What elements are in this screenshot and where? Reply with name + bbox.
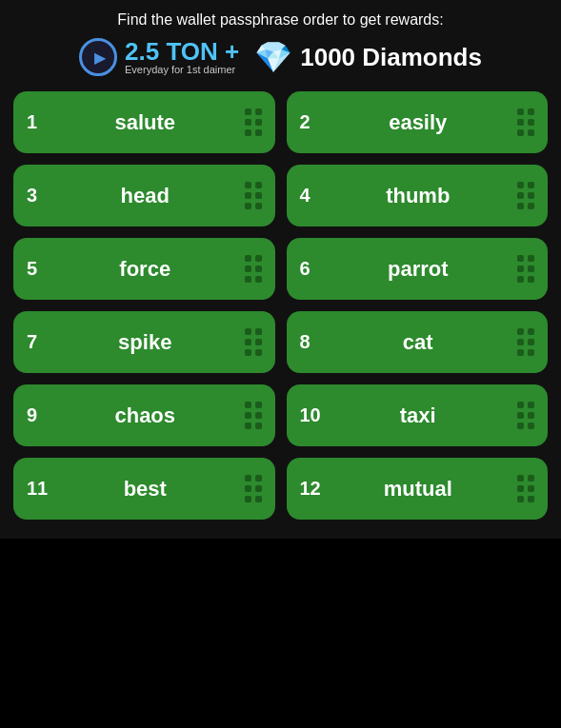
diamond-icon: 💎	[254, 39, 292, 75]
word-number: 12	[300, 478, 327, 500]
drag-icon	[517, 255, 534, 283]
word-number: 4	[300, 185, 327, 207]
drag-icon	[245, 328, 262, 356]
word-label: cat	[327, 330, 511, 355]
word-card-4[interactable]: 4thumb	[287, 165, 549, 226]
word-number: 9	[27, 404, 53, 426]
word-label: best	[53, 477, 237, 502]
drag-icon	[517, 182, 534, 209]
word-number: 3	[27, 185, 53, 207]
word-number: 2	[300, 111, 327, 133]
reward-bar: 2.5 TON + Everyday for 1st daimer 💎 1000…	[13, 38, 548, 76]
ton-sub: Everyday for 1st daimer	[125, 64, 239, 75]
word-label: taxi	[327, 403, 511, 428]
word-card-8[interactable]: 8cat	[287, 311, 549, 373]
drag-icon	[517, 402, 534, 429]
word-label: thumb	[327, 184, 511, 208]
word-card-7[interactable]: 7spike	[13, 311, 275, 373]
ton-section: 2.5 TON + Everyday for 1st daimer	[79, 38, 239, 76]
word-number: 10	[300, 404, 327, 426]
word-card-3[interactable]: 3head	[13, 165, 275, 226]
word-label: chaos	[53, 403, 237, 428]
word-label: mutual	[327, 477, 511, 502]
word-card-5[interactable]: 5force	[13, 238, 275, 300]
word-card-1[interactable]: 1salute	[13, 91, 275, 153]
drag-icon	[517, 108, 534, 136]
word-label: easily	[327, 110, 511, 135]
word-label: parrot	[327, 257, 511, 282]
main-container: Find the wallet passphrase order to get …	[0, 0, 561, 539]
play-icon	[79, 38, 117, 76]
word-number: 8	[300, 331, 327, 353]
word-label: force	[53, 257, 237, 282]
word-label: salute	[53, 110, 237, 135]
header-title: Find the wallet passphrase order to get …	[13, 11, 548, 29]
drag-icon	[517, 475, 534, 502]
drag-icon	[245, 475, 262, 502]
ton-text: 2.5 TON + Everyday for 1st daimer	[125, 39, 239, 75]
word-card-6[interactable]: 6parrot	[287, 238, 549, 300]
diamond-section: 💎 1000 Diamonds	[254, 39, 482, 75]
drag-icon	[245, 255, 262, 283]
word-number: 11	[27, 478, 53, 500]
word-card-11[interactable]: 11best	[13, 458, 275, 520]
drag-icon	[245, 182, 262, 209]
word-grid: 1salute2easily3head4thumb5force6parrot7s…	[13, 91, 548, 520]
ton-amount: 2.5 TON +	[125, 39, 239, 64]
drag-icon	[245, 402, 262, 429]
drag-icon	[517, 328, 534, 356]
word-number: 1	[27, 111, 53, 133]
word-card-12[interactable]: 12mutual	[287, 458, 549, 520]
word-card-9[interactable]: 9chaos	[13, 384, 275, 446]
diamond-label: 1000 Diamonds	[300, 43, 482, 72]
word-label: head	[53, 184, 237, 208]
drag-icon	[245, 108, 262, 136]
word-number: 5	[27, 258, 53, 280]
word-card-10[interactable]: 10taxi	[287, 384, 549, 446]
word-label: spike	[53, 330, 237, 355]
word-number: 7	[27, 331, 53, 353]
word-card-2[interactable]: 2easily	[287, 91, 549, 153]
word-number: 6	[300, 258, 327, 280]
